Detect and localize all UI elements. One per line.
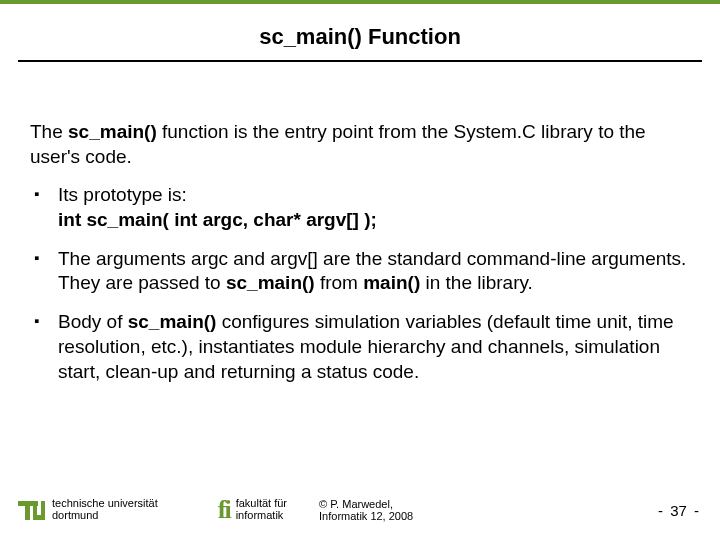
bullet-3-pre: Body of (58, 311, 128, 332)
bullet-2-b1: sc_main() (226, 272, 315, 293)
tu-logo-text: technische universität dortmund (52, 498, 158, 521)
attr-line1: © P. Marwedel, (319, 498, 413, 510)
bullet-3: Body of sc_main() configures simulation … (58, 310, 690, 384)
fi-logo-icon: fi (218, 497, 230, 523)
slide-body: The sc_main() function is the entry poin… (30, 120, 690, 398)
fak-line2: informatik (236, 510, 287, 522)
attribution: © P. Marwedel, Informatik 12, 2008 (319, 498, 413, 522)
top-accent-bar (0, 0, 720, 4)
uni-line2: dortmund (52, 510, 158, 522)
bullet-1-prototype: int sc_main( int argc, char* argv[] ); (58, 209, 377, 230)
fi-logo-text: fakultät für informatik (236, 498, 287, 521)
bullet-list: Its prototype is: int sc_main( int argc,… (30, 183, 690, 384)
slide: sc_main() Function The sc_main() functio… (0, 0, 720, 540)
attr-line2: Informatik 12, 2008 (319, 510, 413, 522)
bullet-2-b2: main() (363, 272, 420, 293)
bullet-2: The arguments argc and argv[] are the st… (58, 247, 690, 296)
footer: technische universität dortmund fi fakul… (18, 490, 702, 530)
intro-paragraph: The sc_main() function is the entry poin… (30, 120, 690, 169)
bullet-1-line1: Its prototype is: (58, 184, 187, 205)
tu-logo: technische universität dortmund (18, 498, 158, 522)
tu-logo-icon (18, 498, 46, 522)
title-underline (18, 60, 702, 62)
title-container: sc_main() Function (0, 24, 720, 50)
bullet-2-mid: from (315, 272, 364, 293)
page-number-value: 37 (670, 502, 687, 519)
fi-logo: fi fakultät für informatik (218, 497, 287, 523)
page-number: - 37 - (655, 502, 702, 519)
dash-right: - (694, 502, 699, 519)
dash-left: - (658, 502, 663, 519)
intro-bold: sc_main() (68, 121, 157, 142)
bullet-1: Its prototype is: int sc_main( int argc,… (58, 183, 690, 232)
bullet-2-post: in the library. (420, 272, 533, 293)
bullet-3-b1: sc_main() (128, 311, 217, 332)
slide-title: sc_main() Function (0, 24, 720, 50)
intro-pre: The (30, 121, 68, 142)
